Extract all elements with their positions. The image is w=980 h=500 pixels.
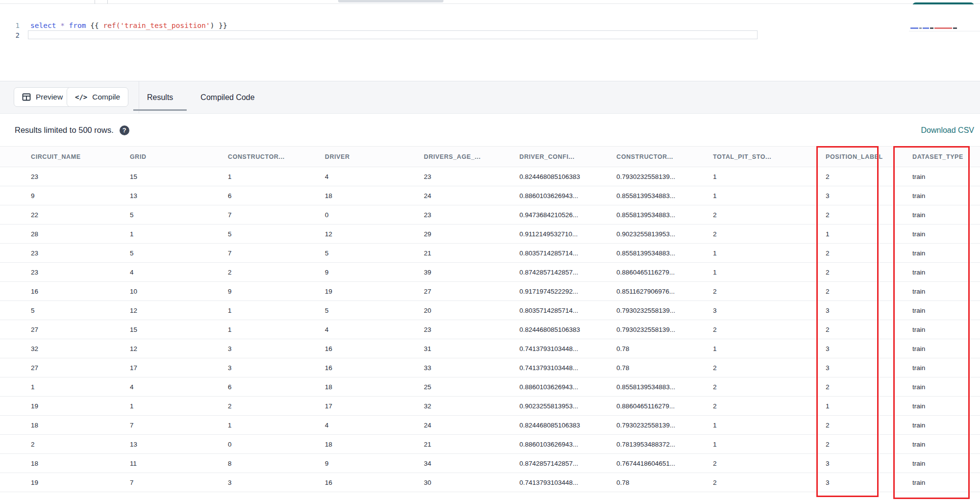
code-token: 'train_test_position' (120, 22, 210, 29)
table-cell: 2 (826, 288, 912, 295)
table-cell: 0.8860465116279... (616, 269, 713, 276)
table-cell: 2 (826, 269, 912, 276)
sql-code[interactable]: select * from {{ ref('train_test_positio… (30, 22, 227, 29)
tab-compiled-code-label: Compiled Code (200, 93, 254, 102)
preview-button[interactable]: Preview (14, 87, 71, 107)
download-csv-link[interactable]: Download CSV (921, 126, 975, 135)
table-cell: train (912, 479, 980, 486)
table-cell: 0.7930232558139... (616, 307, 713, 314)
table-cell: train (912, 211, 980, 219)
table-cell: train (912, 288, 980, 295)
code-line-1[interactable]: 1 select * from {{ ref('train_test_posit… (0, 21, 227, 30)
table-cell: 0.7930232558139... (616, 422, 713, 429)
table-cell: 18 (31, 460, 130, 467)
table-cell: 27 (31, 364, 130, 372)
table-cell: 17 (130, 364, 228, 372)
table-cell: 5 (325, 307, 424, 314)
table-cell: 1 (713, 345, 826, 352)
table-cell: 1 (228, 326, 325, 333)
table-cell: 23 (31, 269, 130, 276)
table-cell: 0.824468085106383 (519, 326, 616, 333)
table-cell: 4 (325, 326, 424, 333)
table-icon (22, 93, 31, 101)
table-cell: 18 (325, 192, 424, 200)
table-cell: 20 (424, 307, 519, 314)
compile-button[interactable]: </> Compile (67, 87, 128, 107)
table-cell: 1 (713, 192, 826, 200)
table-row: 1610919270.9171974522292...0.85116279069… (0, 282, 980, 301)
table-body: 231514230.8244680851063830.7930232558139… (0, 167, 980, 492)
table-cell: 0.9023255813953... (616, 230, 713, 238)
table-cell: 23 (424, 326, 519, 333)
table-cell: 29 (424, 230, 519, 238)
table-cell: 2 (713, 479, 826, 486)
tab-results[interactable]: Results (133, 81, 187, 114)
table-cell: 19 (31, 402, 130, 410)
table-cell: 0.8558139534883... (616, 211, 713, 219)
table-cell: 3 (228, 364, 325, 372)
table-cell: 15 (130, 326, 228, 333)
table-cell: 2 (228, 269, 325, 276)
table-row: 51215200.8035714285714...0.7930232558139… (0, 301, 980, 320)
table-cell: 1 (130, 402, 228, 410)
table-cell: 1 (713, 250, 826, 257)
table-cell: 0.7813953488372... (616, 441, 713, 448)
table-cell: 0.9171974522292... (519, 288, 616, 295)
table-cell: 2 (713, 288, 826, 295)
table-row: 191217320.9023255813953...0.886046511627… (0, 397, 980, 416)
table-cell: 1 (31, 383, 130, 391)
editor-active-line[interactable] (28, 30, 758, 39)
help-icon[interactable]: ? (120, 125, 129, 135)
column-header: DRIVER (325, 153, 424, 160)
table-cell: 1 (713, 441, 826, 448)
table-cell: 0.9473684210526... (519, 211, 616, 219)
table-cell: 34 (424, 460, 519, 467)
tab-divider (95, 0, 95, 4)
table-row: 3212316310.7413793103448...0.7813train (0, 339, 980, 358)
table-cell: train (912, 307, 980, 314)
table-cell: 15 (130, 173, 228, 180)
table-cell: 3 (826, 364, 912, 372)
table-cell: 5 (325, 250, 424, 257)
table-cell: 4 (325, 173, 424, 180)
table-cell: 2 (713, 383, 826, 391)
tab-results-label: Results (147, 93, 173, 102)
table-cell: 27 (31, 326, 130, 333)
table-cell: 27 (424, 288, 519, 295)
table-cell: 3 (228, 479, 325, 486)
table-cell: 0 (325, 211, 424, 219)
table-cell: 5 (130, 250, 228, 257)
column-header: DRIVER_CONFI... (519, 153, 616, 160)
table-cell: train (912, 383, 980, 391)
table-cell: 0.7413793103448... (519, 345, 616, 352)
tab-divider (107, 0, 108, 4)
tab-compiled-code[interactable]: Compiled Code (187, 81, 268, 114)
table-cell: train (912, 460, 980, 467)
table-cell: train (912, 441, 980, 448)
table-cell: 2 (31, 441, 130, 448)
line-number: 2 (0, 31, 20, 39)
table-cell: 7 (130, 422, 228, 429)
table-cell: 1 (228, 422, 325, 429)
table-cell: 16 (325, 479, 424, 486)
table-cell: 1 (228, 173, 325, 180)
editor-tab-bar (0, 0, 980, 4)
column-header: DRIVERS_AGE_... (424, 153, 519, 160)
line-number: 1 (0, 22, 20, 29)
table-cell: 2 (228, 402, 325, 410)
table-cell: 16 (325, 364, 424, 372)
table-cell: 22 (31, 211, 130, 219)
table-cell: train (912, 250, 980, 257)
sql-editor[interactable]: 1 select * from {{ ref('train_test_posit… (0, 4, 980, 81)
editor-minimap[interactable] (910, 26, 964, 30)
table-cell: 18 (325, 441, 424, 448)
table-cell: 19 (325, 288, 424, 295)
table-cell: 0.7930232558139... (616, 173, 713, 180)
table-row: 181189340.8742857142857...0.767441860465… (0, 454, 980, 473)
column-header: GRID (130, 153, 228, 160)
results-info-bar: Results limited to 500 rows. ? Download … (0, 114, 980, 146)
code-line-2[interactable]: 2 (0, 30, 20, 40)
table-cell: 3 (826, 192, 912, 200)
column-header: CONSTRUCTOR... (616, 153, 713, 160)
table-cell: 0.9112149532710... (519, 230, 616, 238)
